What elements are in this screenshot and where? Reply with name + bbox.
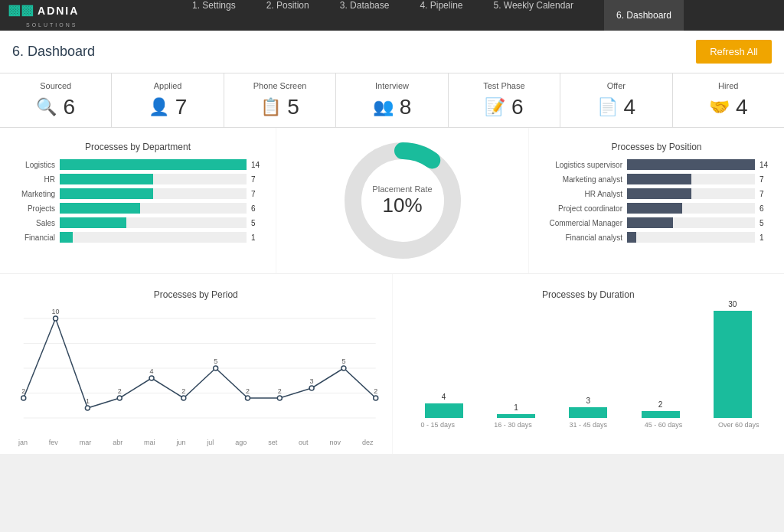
- pos-bar-track: [627, 203, 755, 214]
- svg-text:10: 10: [52, 308, 60, 315]
- pos-bar-label: Commercial Manager: [538, 219, 622, 227]
- dept-bar-label: Financial: [9, 233, 55, 242]
- duration-bar-group: 1: [497, 403, 535, 418]
- stat-sourced-value: 6: [63, 95, 75, 119]
- nav-dashboard[interactable]: 6. Dashboard: [604, 0, 684, 31]
- duration-x-label: 45 - 60 days: [637, 421, 691, 429]
- refresh-all-button[interactable]: Refresh All: [696, 40, 772, 64]
- svg-text:4: 4: [150, 367, 154, 375]
- sourced-icon: 🔍: [36, 97, 57, 117]
- duration-bar: [642, 411, 680, 418]
- interview-icon: 👥: [373, 97, 394, 117]
- period-x-label: jul: [207, 439, 214, 446]
- dept-bar-row: Sales 5: [9, 217, 266, 228]
- pos-bar-label: Marketing analyst: [538, 175, 622, 184]
- svg-point-19: [214, 366, 218, 370]
- pos-bar-fill: [627, 232, 636, 243]
- dept-bar-row: Projects 6: [9, 203, 266, 214]
- svg-text:2: 2: [118, 387, 122, 395]
- svg-point-11: [85, 406, 90, 410]
- period-x-label: fev: [49, 439, 58, 446]
- dept-bar-value: 5: [251, 219, 266, 227]
- donut-center: Placement Rate 10%: [372, 184, 432, 217]
- svg-point-23: [277, 396, 282, 400]
- dept-chart: Processes by Department Logistics 14 HR …: [0, 128, 276, 273]
- stat-phone-screen: Phone Screen 📋 5: [224, 73, 336, 127]
- duration-bar: [497, 414, 535, 418]
- stat-test-value: 6: [511, 95, 524, 119]
- pos-bar-track: [627, 159, 755, 170]
- period-x-label: jun: [176, 439, 185, 446]
- duration-bar-group: 2: [642, 400, 680, 418]
- charts-top-row: Processes by Department Logistics 14 HR …: [0, 128, 784, 273]
- pos-bar-value: 7: [760, 190, 775, 198]
- dept-bar-row: Logistics 14: [9, 159, 266, 170]
- stat-interview-value: 8: [400, 95, 412, 119]
- duration-bar-group: 4: [425, 393, 463, 418]
- donut-title: Placement Rate: [372, 184, 432, 194]
- period-x-label: abr: [113, 439, 122, 446]
- page-header: 6. Dashboard Refresh All: [0, 31, 784, 73]
- svg-text:5: 5: [214, 357, 217, 365]
- pos-bar-value: 5: [760, 219, 775, 227]
- svg-point-7: [21, 396, 26, 400]
- period-x-label: nov: [330, 439, 341, 446]
- duration-x-label: 31 - 45 days: [561, 421, 615, 429]
- nav-pipeline[interactable]: 4. Pipeline: [420, 0, 462, 31]
- stat-phone-value: 5: [287, 95, 299, 119]
- stat-interview-label: Interview: [342, 81, 441, 90]
- pos-bar-label: Logistics supervisor: [538, 161, 622, 169]
- svg-point-13: [117, 396, 122, 400]
- svg-point-21: [245, 396, 250, 400]
- hired-icon: 🤝: [709, 97, 730, 117]
- dept-chart-title: Processes by Department: [9, 134, 266, 155]
- pos-bar-fill: [627, 217, 673, 228]
- dept-bar-row: HR 7: [9, 174, 266, 184]
- duration-x-label: 0 - 15 days: [411, 421, 465, 429]
- pos-bar-fill: [627, 159, 755, 170]
- duration-bar-value: 4: [442, 393, 446, 401]
- nav-database[interactable]: 3. Database: [340, 0, 390, 31]
- nav-position[interactable]: 2. Position: [266, 0, 309, 31]
- offer-icon: 📄: [597, 97, 618, 117]
- svg-point-25: [309, 386, 314, 390]
- nav-items: 1. Settings 2. Position 3. Database 4. P…: [92, 0, 784, 31]
- donut-container: Placement Rate 10%: [338, 135, 468, 266]
- dept-bar-row: Financial 1: [9, 232, 266, 243]
- stat-offer-label: Offer: [567, 81, 665, 90]
- pos-bar-fill: [627, 203, 682, 214]
- svg-text:2: 2: [21, 387, 25, 395]
- duration-bar-value: 3: [586, 397, 590, 405]
- stat-sourced: Sourced 🔍 6: [0, 73, 112, 127]
- pos-bar-label: Financial analyst: [538, 233, 622, 242]
- dept-bar-row: Marketing 7: [9, 188, 266, 199]
- duration-bar: [714, 311, 752, 418]
- duration-bar: [425, 403, 463, 418]
- dept-bar-label: Sales: [9, 219, 55, 227]
- pos-bar-row: Logistics supervisor 14: [538, 159, 775, 170]
- svg-text:2: 2: [181, 387, 185, 395]
- pos-bar-label: Project coordinator: [538, 204, 622, 213]
- svg-point-27: [341, 366, 346, 370]
- dept-bar-track: [60, 159, 247, 170]
- stat-hired-label: Hired: [679, 81, 778, 90]
- pos-bar-value: 14: [760, 161, 775, 169]
- pos-bar-fill: [627, 188, 691, 199]
- dept-bar-label: Logistics: [9, 161, 55, 169]
- nav-calendar[interactable]: 5. Weekly Calendar: [493, 0, 573, 31]
- duration-bars: 4 1 3 2 30: [400, 303, 777, 418]
- dept-bar-label: Marketing: [9, 190, 55, 198]
- pos-bar-row: Commercial Manager 5: [538, 217, 775, 228]
- stat-hired-value: 4: [736, 95, 748, 119]
- period-chart: Processes by Period 2101242522352 janfev…: [0, 274, 392, 454]
- nav-settings[interactable]: 1. Settings: [192, 0, 236, 31]
- dept-bar-track: [60, 188, 247, 199]
- dept-bar-fill: [60, 217, 126, 228]
- pos-bar-track: [627, 232, 755, 243]
- duration-x-labels: 0 - 15 days16 - 30 days31 - 45 days45 - …: [400, 421, 777, 429]
- position-chart-title: Processes by Position: [538, 134, 775, 155]
- dept-bar-fill: [60, 174, 153, 184]
- duration-x-label: Over 60 days: [712, 421, 766, 429]
- stat-sourced-label: Sourced: [6, 81, 105, 90]
- logo-text: ADNIA: [38, 5, 79, 17]
